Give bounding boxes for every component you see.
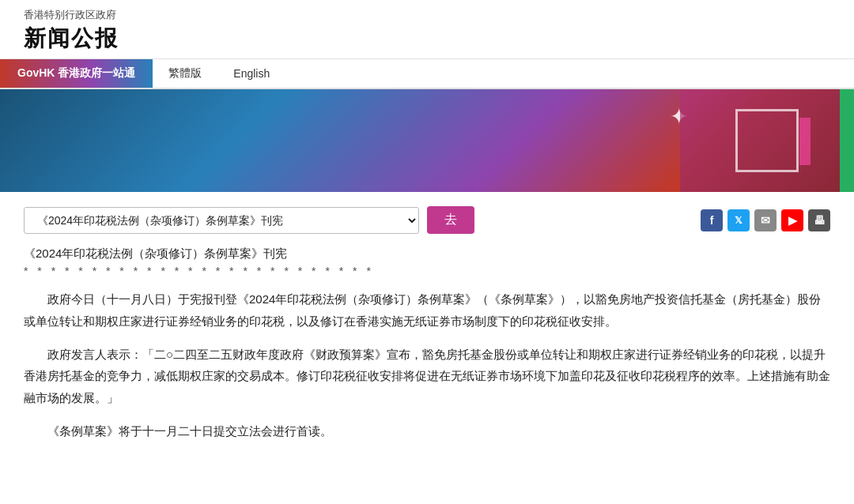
english-link[interactable]: English [217, 59, 285, 88]
govhk-link[interactable]: GovHK 香港政府一站通 [0, 59, 153, 88]
twitter-icon[interactable]: 𝕏 [727, 209, 750, 231]
navbar: GovHK 香港政府一站通 繁體版 English [0, 59, 854, 89]
green-strip [840, 89, 854, 192]
go-button[interactable]: 去 [427, 206, 474, 234]
social-icons: f 𝕏 ✉ ▶ 🖶 [701, 209, 830, 231]
paragraph-1: 政府今日（十一月八日）于宪报刊登《2024年印花税法例（杂项修订）条例草案》（《… [24, 288, 830, 333]
article-stars: * * * * * * * * * * * * * * * * * * * * … [24, 265, 830, 277]
paragraph-3: 《条例草案》将于十一月二十日提交立法会进行首读。 [24, 420, 830, 442]
article-body: 《2024年印花税法例（杂项修订）条例草案》刊宪 * * * * * * * *… [24, 246, 830, 442]
banner: ✦ [0, 89, 854, 192]
header-title: 新闻公报 [24, 24, 830, 54]
print-icon[interactable]: 🖶 [808, 209, 830, 231]
header-subtitle: 香港特别行政区政府 [24, 8, 830, 22]
youtube-icon[interactable]: ▶ [781, 209, 803, 231]
content-area: 《2024年印花税法例（杂项修订）条例草案》刊宪 去 f 𝕏 ✉ ▶ 🖶 《20… [0, 192, 854, 469]
mail-icon[interactable]: ✉ [754, 209, 777, 231]
banner-overlay [680, 89, 854, 192]
paragraph-2: 政府发言人表示：「二○二四至二五财政年度政府《财政预算案》宣布，豁免房托基金股份… [24, 344, 830, 409]
page-header: 香港特别行政区政府 新闻公报 [0, 0, 854, 59]
article-title: 《2024年印花税法例（杂项修订）条例草案》刊宪 [24, 246, 830, 261]
article-select[interactable]: 《2024年印花税法例（杂项修订）条例草案》刊宪 [24, 207, 419, 234]
banner-box [735, 109, 799, 172]
traditional-link[interactable]: 繁體版 [153, 59, 217, 88]
facebook-icon[interactable]: f [701, 209, 723, 231]
dropdown-row: 《2024年印花税法例（杂项修订）条例草案》刊宪 去 f 𝕏 ✉ ▶ 🖶 [24, 206, 830, 234]
